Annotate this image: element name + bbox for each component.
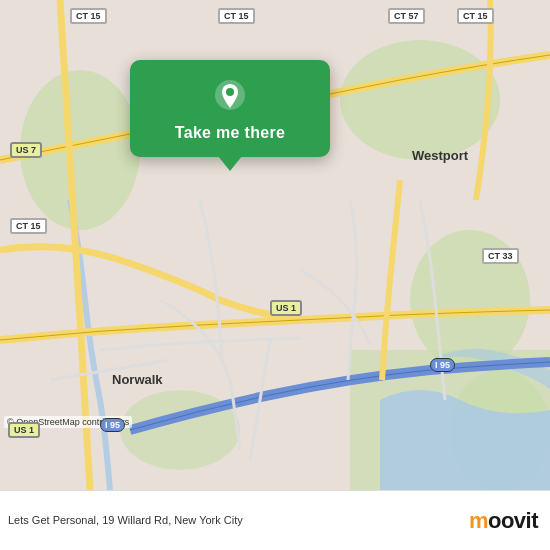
i95-right-label: I 95 <box>430 358 455 372</box>
location-city-text: New York City <box>174 514 242 526</box>
westport-label: Westport <box>412 148 468 163</box>
take-me-there-button[interactable]: Take me there <box>175 124 285 142</box>
svg-point-8 <box>226 88 234 96</box>
ct15-label-right: CT 15 <box>457 8 494 24</box>
us7-label: US 7 <box>10 142 42 158</box>
svg-point-2 <box>340 40 500 160</box>
moovit-logo: moovit <box>469 508 538 534</box>
ct15-label-top-center: CT 15 <box>218 8 255 24</box>
moovit-rest-letters: oovit <box>488 508 538 533</box>
moovit-m-letter: m <box>469 508 488 533</box>
moovit-brand: moovit <box>469 508 538 534</box>
location-name: Lets Get Personal, 19 Willard Rd, New Yo… <box>8 513 243 528</box>
us1-bottom-label: US 1 <box>8 422 40 438</box>
us1-center-label: US 1 <box>270 300 302 316</box>
ct57-label: CT 57 <box>388 8 425 24</box>
ct33-label: CT 33 <box>482 248 519 264</box>
info-bar: Lets Get Personal, 19 Willard Rd, New Yo… <box>0 490 550 550</box>
ct15-label-left: CT 15 <box>10 218 47 234</box>
ct15-label-top-left: CT 15 <box>70 8 107 24</box>
map-container: CT 15 CT 15 CT 15 CT 57 US 7 CT 15 CT 33… <box>0 0 550 490</box>
location-name-text: Lets Get Personal, 19 Willard Rd <box>8 514 168 526</box>
location-pin-icon <box>212 80 248 116</box>
popup-card: Take me there <box>130 60 330 157</box>
i95-bottom-label: I 95 <box>100 418 125 432</box>
norwalk-label: Norwalk <box>112 372 163 387</box>
location-info: Lets Get Personal, 19 Willard Rd, New Yo… <box>8 513 243 528</box>
